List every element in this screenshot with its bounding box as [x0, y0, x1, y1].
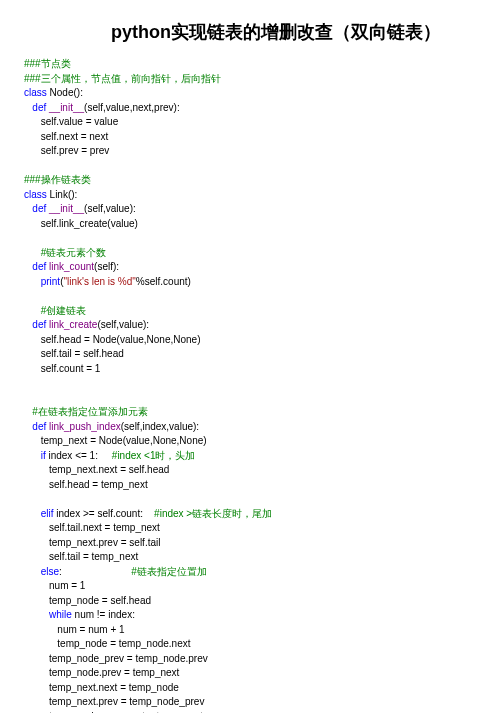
code-text: self.tail = temp_next: [24, 551, 138, 562]
code-text: temp_node_prev = temp_node.prev: [24, 653, 208, 664]
comment: ###操作链表类: [24, 174, 91, 185]
keyword: def: [32, 421, 46, 432]
code-text: Link():: [47, 189, 78, 200]
keyword: def: [32, 261, 46, 272]
comment: ###节点类: [24, 58, 71, 69]
func-name: __init__: [46, 102, 84, 113]
comment: #创建链表: [41, 305, 87, 316]
code-text: (self,value):: [97, 319, 149, 330]
comment: #链表指定位置加: [131, 566, 207, 577]
code-text: self.head = Node(value,None,None): [24, 334, 201, 345]
func-name: link_push_index: [46, 421, 121, 432]
code-text: (self,value):: [84, 203, 136, 214]
comment: #index >链表长度时，尾加: [154, 508, 272, 519]
code-text: (self,value,next,prev):: [84, 102, 180, 113]
code-text: self.tail = self.head: [24, 348, 124, 359]
comment: #链表元素个数: [41, 247, 107, 258]
keyword: print: [41, 276, 60, 287]
comment: ###三个属性，节点值，前向指针，后向指针: [24, 73, 221, 84]
page-title: python实现链表的增删改查（双向链表）: [24, 20, 504, 45]
comment: #在链表指定位置添加元素: [32, 406, 148, 417]
code-text: self.link_create(value): [24, 218, 138, 229]
string: "link's len is %d": [63, 276, 135, 287]
code-text: self.value = value: [24, 116, 118, 127]
code-text: Node():: [47, 87, 83, 98]
code-text: temp_next = Node(value,None,None): [24, 435, 207, 446]
keyword: def: [32, 319, 46, 330]
code-text: (self,index,value):: [121, 421, 199, 432]
keyword: while: [49, 609, 72, 620]
keyword: else: [41, 566, 59, 577]
code-text: num = num + 1: [24, 624, 125, 635]
code-text: :: [59, 566, 131, 577]
code-text: temp_next.prev = temp_node_prev: [24, 696, 204, 707]
keyword: def: [32, 203, 46, 214]
code-block: ###节点类 ###三个属性，节点值，前向指针，后向指针 class Node(…: [24, 57, 504, 713]
code-text: num != index:: [72, 609, 135, 620]
func-name: __init__: [46, 203, 84, 214]
code-text: temp_node.prev = temp_next: [24, 667, 179, 678]
code-text: %self.count): [136, 276, 191, 287]
code-text: index <= 1:: [46, 450, 112, 461]
code-text: temp_next.next = self.head: [24, 464, 169, 475]
keyword: class: [24, 87, 47, 98]
code-text: num = 1: [24, 580, 85, 591]
code-text: temp_node = temp_node.next: [24, 638, 191, 649]
keyword: def: [32, 102, 46, 113]
code-text: (self):: [94, 261, 119, 272]
code-text: self.next = next: [24, 131, 108, 142]
code-text: self.count = 1: [24, 363, 100, 374]
code-text: temp_next.next = temp_node: [24, 682, 179, 693]
func-name: link_count: [46, 261, 94, 272]
keyword: elif: [41, 508, 54, 519]
code-text: temp_next.prev = self.tail: [24, 537, 160, 548]
code-text: index >= self.count:: [53, 508, 154, 519]
code-text: self.tail.next = temp_next: [24, 522, 160, 533]
code-text: temp_node = self.head: [24, 595, 151, 606]
code-text: self.head = temp_next: [24, 479, 148, 490]
keyword: class: [24, 189, 47, 200]
comment: #index <1时，头加: [112, 450, 196, 461]
code-text: self.prev = prev: [24, 145, 109, 156]
func-name: link_create: [46, 319, 97, 330]
